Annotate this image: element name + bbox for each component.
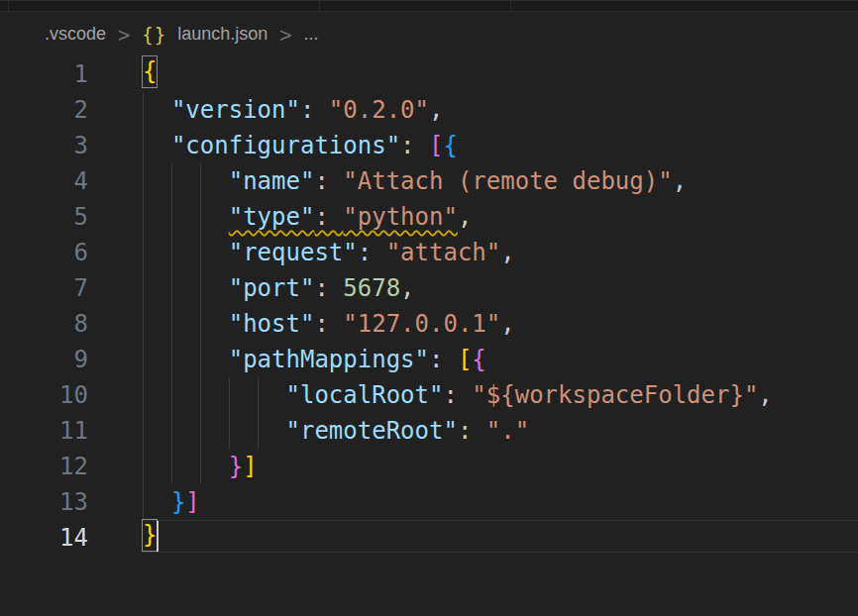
code-token: "remoteRoot" (286, 417, 458, 445)
code-text: "localRoot": "${workspaceFolder}", (143, 377, 773, 413)
line-number[interactable]: 7 (0, 270, 88, 306)
code-token: 5678 (343, 274, 400, 302)
code-token: , (758, 381, 772, 409)
code-token: , (429, 96, 443, 124)
breadcrumb-symbol[interactable]: ... (304, 24, 319, 45)
line-number[interactable]: 2 (0, 92, 88, 128)
chevron-right-icon: > (278, 23, 292, 46)
code-token: : (314, 203, 343, 231)
code-token: : (458, 417, 486, 445)
warning-squiggle: "type": "python" (229, 203, 458, 231)
code-text: "port": 5678, (143, 270, 415, 306)
code-text: "request": "attach", (143, 235, 515, 270)
code-token: "pathMappings" (229, 346, 429, 373)
code-text: { (143, 56, 157, 92)
code-token: } (171, 488, 185, 516)
code-token: } (229, 453, 243, 480)
code-text: } (143, 520, 157, 556)
code-token: : (429, 346, 458, 373)
code-line[interactable]: 4 "name": "Attach (remote debug)", (0, 163, 858, 199)
code-text: "name": "Attach (remote debug)", (143, 163, 687, 199)
line-number[interactable]: 8 (0, 306, 88, 342)
line-number[interactable]: 10 (0, 377, 88, 413)
code-text: "remoteRoot": "." (143, 413, 529, 449)
code-line[interactable]: 12 }] (0, 449, 858, 484)
line-number[interactable]: 5 (0, 199, 88, 235)
breadcrumb-file[interactable]: launch.json (177, 24, 268, 45)
code-token: "." (486, 417, 529, 445)
code-token: , (500, 310, 514, 338)
code-text: "version": "0.2.0", (143, 92, 443, 128)
code-text: "host": "127.0.0.1", (143, 306, 515, 342)
code-line[interactable]: 11 "remoteRoot": "." (0, 413, 858, 449)
code-token: "python" (343, 203, 458, 231)
code-token: "host" (229, 310, 315, 338)
code-line[interactable]: 1{ (0, 56, 858, 92)
code-token: "Attach (remote debug)" (343, 167, 672, 195)
line-number[interactable]: 4 (0, 163, 88, 199)
code-token: [ (458, 346, 472, 373)
code-token: "request" (229, 239, 358, 266)
breadcrumb: .vscode > {} launch.json > ... (0, 12, 858, 56)
code-line[interactable]: 10 "localRoot": "${workspaceFolder}", (0, 377, 858, 413)
breadcrumb-folder[interactable]: .vscode (45, 24, 106, 45)
code-token: , (673, 167, 687, 195)
code-token: ] (243, 453, 257, 480)
code-token: { (443, 132, 457, 159)
code-line[interactable]: 14} (0, 520, 858, 556)
tab-separator (510, 1, 511, 11)
matched-bracket: } (143, 520, 157, 551)
code-token: : (300, 96, 329, 124)
text-cursor (157, 521, 159, 552)
line-number[interactable]: 11 (0, 413, 88, 449)
code-token: "attach" (386, 239, 501, 266)
code-token: "type" (229, 203, 315, 231)
json-file-icon: {} (142, 24, 166, 46)
matched-bracket: { (143, 56, 157, 87)
tab-separator (319, 1, 320, 11)
line-number[interactable]: 9 (0, 342, 88, 377)
code-token: : (400, 132, 429, 159)
line-number[interactable]: 6 (0, 235, 88, 270)
line-number[interactable]: 1 (0, 56, 88, 92)
chevron-right-icon: > (117, 23, 131, 46)
code-token: "configurations" (171, 132, 400, 159)
code-token: , (458, 203, 472, 231)
code-token: : (443, 381, 472, 409)
code-line[interactable]: 9 "pathMappings": [{ (0, 342, 858, 377)
current-line-highlight (141, 520, 858, 553)
line-number[interactable]: 3 (0, 128, 88, 163)
code-text: "pathMappings": [{ (143, 342, 486, 377)
line-number[interactable]: 12 (0, 449, 88, 484)
code-token: "127.0.0.1" (343, 310, 500, 338)
code-token: , (400, 274, 414, 302)
code-line[interactable]: 8 "host": "127.0.0.1", (0, 306, 858, 342)
code-line[interactable]: 3 "configurations": [{ (0, 128, 858, 163)
line-number[interactable]: 13 (0, 484, 88, 520)
code-token: [ (429, 132, 443, 159)
code-text: "type": "python", (143, 199, 472, 235)
code-token: "name" (229, 167, 315, 195)
line-number[interactable]: 14 (0, 520, 88, 556)
code-token: , (500, 239, 514, 266)
code-token: "0.2.0" (329, 96, 429, 124)
code-token: { (472, 346, 485, 373)
code-token: "version" (171, 96, 300, 124)
code-line[interactable]: 13 }] (0, 484, 858, 520)
code-token: : (358, 239, 386, 266)
code-text: }] (143, 484, 200, 520)
code-line[interactable]: 5 "type": "python", (0, 199, 858, 235)
code-editor[interactable]: 1{2 "version": "0.2.0",3 "configurations… (0, 56, 858, 556)
vscode-editor-window: .vscode > {} launch.json > ... 1{2 "vers… (0, 0, 858, 616)
tab-separator (8, 1, 9, 11)
code-line[interactable]: 7 "port": 5678, (0, 270, 858, 306)
code-token: : (314, 310, 343, 338)
code-text: "configurations": [{ (143, 128, 458, 163)
code-line[interactable]: 6 "request": "attach", (0, 235, 858, 270)
tab-bar-strip (0, 0, 858, 12)
code-text: }] (143, 449, 258, 484)
code-token: ] (185, 488, 199, 516)
code-token: "port" (229, 274, 315, 302)
code-line[interactable]: 2 "version": "0.2.0", (0, 92, 858, 128)
code-token: : (314, 274, 343, 302)
